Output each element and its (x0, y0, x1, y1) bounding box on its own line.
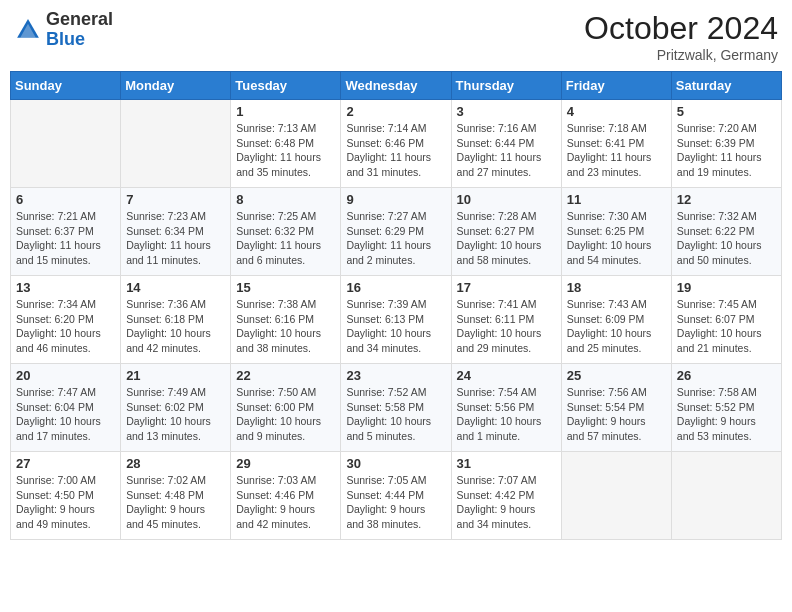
calendar-cell: 25Sunrise: 7:56 AMSunset: 5:54 PMDayligh… (561, 364, 671, 452)
calendar-cell: 7Sunrise: 7:23 AMSunset: 6:34 PMDaylight… (121, 188, 231, 276)
day-number: 5 (677, 104, 776, 119)
calendar-week-row: 1Sunrise: 7:13 AMSunset: 6:48 PMDaylight… (11, 100, 782, 188)
day-number: 22 (236, 368, 335, 383)
calendar-cell: 20Sunrise: 7:47 AMSunset: 6:04 PMDayligh… (11, 364, 121, 452)
day-number: 2 (346, 104, 445, 119)
calendar-cell: 8Sunrise: 7:25 AMSunset: 6:32 PMDaylight… (231, 188, 341, 276)
page-header: General Blue October 2024 Pritzwalk, Ger… (10, 10, 782, 63)
calendar-cell: 23Sunrise: 7:52 AMSunset: 5:58 PMDayligh… (341, 364, 451, 452)
cell-info: Sunrise: 7:43 AMSunset: 6:09 PMDaylight:… (567, 297, 666, 356)
calendar-week-row: 27Sunrise: 7:00 AMSunset: 4:50 PMDayligh… (11, 452, 782, 540)
calendar-cell: 17Sunrise: 7:41 AMSunset: 6:11 PMDayligh… (451, 276, 561, 364)
cell-info: Sunrise: 7:27 AMSunset: 6:29 PMDaylight:… (346, 209, 445, 268)
day-header-wednesday: Wednesday (341, 72, 451, 100)
title-block: October 2024 Pritzwalk, Germany (584, 10, 778, 63)
day-number: 3 (457, 104, 556, 119)
cell-info: Sunrise: 7:30 AMSunset: 6:25 PMDaylight:… (567, 209, 666, 268)
day-header-friday: Friday (561, 72, 671, 100)
logo-icon (14, 16, 42, 44)
calendar-cell: 12Sunrise: 7:32 AMSunset: 6:22 PMDayligh… (671, 188, 781, 276)
calendar-cell: 15Sunrise: 7:38 AMSunset: 6:16 PMDayligh… (231, 276, 341, 364)
calendar-week-row: 13Sunrise: 7:34 AMSunset: 6:20 PMDayligh… (11, 276, 782, 364)
calendar-cell: 5Sunrise: 7:20 AMSunset: 6:39 PMDaylight… (671, 100, 781, 188)
day-number: 6 (16, 192, 115, 207)
day-header-saturday: Saturday (671, 72, 781, 100)
cell-info: Sunrise: 7:00 AMSunset: 4:50 PMDaylight:… (16, 473, 115, 532)
day-number: 28 (126, 456, 225, 471)
calendar-week-row: 20Sunrise: 7:47 AMSunset: 6:04 PMDayligh… (11, 364, 782, 452)
calendar-cell: 16Sunrise: 7:39 AMSunset: 6:13 PMDayligh… (341, 276, 451, 364)
calendar-cell: 29Sunrise: 7:03 AMSunset: 4:46 PMDayligh… (231, 452, 341, 540)
day-number: 10 (457, 192, 556, 207)
calendar-cell: 30Sunrise: 7:05 AMSunset: 4:44 PMDayligh… (341, 452, 451, 540)
cell-info: Sunrise: 7:39 AMSunset: 6:13 PMDaylight:… (346, 297, 445, 356)
calendar-cell: 28Sunrise: 7:02 AMSunset: 4:48 PMDayligh… (121, 452, 231, 540)
day-header-tuesday: Tuesday (231, 72, 341, 100)
calendar-cell: 22Sunrise: 7:50 AMSunset: 6:00 PMDayligh… (231, 364, 341, 452)
day-number: 21 (126, 368, 225, 383)
cell-info: Sunrise: 7:49 AMSunset: 6:02 PMDaylight:… (126, 385, 225, 444)
cell-info: Sunrise: 7:14 AMSunset: 6:46 PMDaylight:… (346, 121, 445, 180)
cell-info: Sunrise: 7:52 AMSunset: 5:58 PMDaylight:… (346, 385, 445, 444)
calendar-cell: 3Sunrise: 7:16 AMSunset: 6:44 PMDaylight… (451, 100, 561, 188)
cell-info: Sunrise: 7:02 AMSunset: 4:48 PMDaylight:… (126, 473, 225, 532)
cell-info: Sunrise: 7:41 AMSunset: 6:11 PMDaylight:… (457, 297, 556, 356)
day-number: 30 (346, 456, 445, 471)
calendar-week-row: 6Sunrise: 7:21 AMSunset: 6:37 PMDaylight… (11, 188, 782, 276)
month-year-title: October 2024 (584, 10, 778, 47)
calendar-cell: 4Sunrise: 7:18 AMSunset: 6:41 PMDaylight… (561, 100, 671, 188)
cell-info: Sunrise: 7:25 AMSunset: 6:32 PMDaylight:… (236, 209, 335, 268)
day-number: 4 (567, 104, 666, 119)
day-number: 7 (126, 192, 225, 207)
calendar-cell: 18Sunrise: 7:43 AMSunset: 6:09 PMDayligh… (561, 276, 671, 364)
day-number: 15 (236, 280, 335, 295)
cell-info: Sunrise: 7:56 AMSunset: 5:54 PMDaylight:… (567, 385, 666, 444)
day-number: 18 (567, 280, 666, 295)
calendar-cell: 6Sunrise: 7:21 AMSunset: 6:37 PMDaylight… (11, 188, 121, 276)
calendar-cell: 31Sunrise: 7:07 AMSunset: 4:42 PMDayligh… (451, 452, 561, 540)
calendar-cell: 10Sunrise: 7:28 AMSunset: 6:27 PMDayligh… (451, 188, 561, 276)
day-number: 9 (346, 192, 445, 207)
calendar-cell: 26Sunrise: 7:58 AMSunset: 5:52 PMDayligh… (671, 364, 781, 452)
calendar-cell (121, 100, 231, 188)
day-number: 12 (677, 192, 776, 207)
cell-info: Sunrise: 7:58 AMSunset: 5:52 PMDaylight:… (677, 385, 776, 444)
cell-info: Sunrise: 7:32 AMSunset: 6:22 PMDaylight:… (677, 209, 776, 268)
cell-info: Sunrise: 7:05 AMSunset: 4:44 PMDaylight:… (346, 473, 445, 532)
day-number: 24 (457, 368, 556, 383)
logo: General Blue (14, 10, 113, 50)
calendar-cell: 13Sunrise: 7:34 AMSunset: 6:20 PMDayligh… (11, 276, 121, 364)
cell-info: Sunrise: 7:03 AMSunset: 4:46 PMDaylight:… (236, 473, 335, 532)
calendar-cell: 21Sunrise: 7:49 AMSunset: 6:02 PMDayligh… (121, 364, 231, 452)
cell-info: Sunrise: 7:28 AMSunset: 6:27 PMDaylight:… (457, 209, 556, 268)
calendar-header-row: SundayMondayTuesdayWednesdayThursdayFrid… (11, 72, 782, 100)
cell-info: Sunrise: 7:38 AMSunset: 6:16 PMDaylight:… (236, 297, 335, 356)
cell-info: Sunrise: 7:50 AMSunset: 6:00 PMDaylight:… (236, 385, 335, 444)
calendar-cell: 9Sunrise: 7:27 AMSunset: 6:29 PMDaylight… (341, 188, 451, 276)
calendar-cell (11, 100, 121, 188)
day-number: 31 (457, 456, 556, 471)
day-header-sunday: Sunday (11, 72, 121, 100)
calendar-cell (561, 452, 671, 540)
calendar-cell: 1Sunrise: 7:13 AMSunset: 6:48 PMDaylight… (231, 100, 341, 188)
day-number: 13 (16, 280, 115, 295)
cell-info: Sunrise: 7:20 AMSunset: 6:39 PMDaylight:… (677, 121, 776, 180)
calendar-table: SundayMondayTuesdayWednesdayThursdayFrid… (10, 71, 782, 540)
day-number: 20 (16, 368, 115, 383)
day-number: 29 (236, 456, 335, 471)
day-number: 26 (677, 368, 776, 383)
day-number: 1 (236, 104, 335, 119)
cell-info: Sunrise: 7:13 AMSunset: 6:48 PMDaylight:… (236, 121, 335, 180)
cell-info: Sunrise: 7:18 AMSunset: 6:41 PMDaylight:… (567, 121, 666, 180)
logo-text: General Blue (46, 10, 113, 50)
day-number: 11 (567, 192, 666, 207)
day-number: 14 (126, 280, 225, 295)
cell-info: Sunrise: 7:23 AMSunset: 6:34 PMDaylight:… (126, 209, 225, 268)
day-number: 17 (457, 280, 556, 295)
day-number: 19 (677, 280, 776, 295)
day-number: 16 (346, 280, 445, 295)
cell-info: Sunrise: 7:54 AMSunset: 5:56 PMDaylight:… (457, 385, 556, 444)
day-header-monday: Monday (121, 72, 231, 100)
day-number: 25 (567, 368, 666, 383)
cell-info: Sunrise: 7:45 AMSunset: 6:07 PMDaylight:… (677, 297, 776, 356)
